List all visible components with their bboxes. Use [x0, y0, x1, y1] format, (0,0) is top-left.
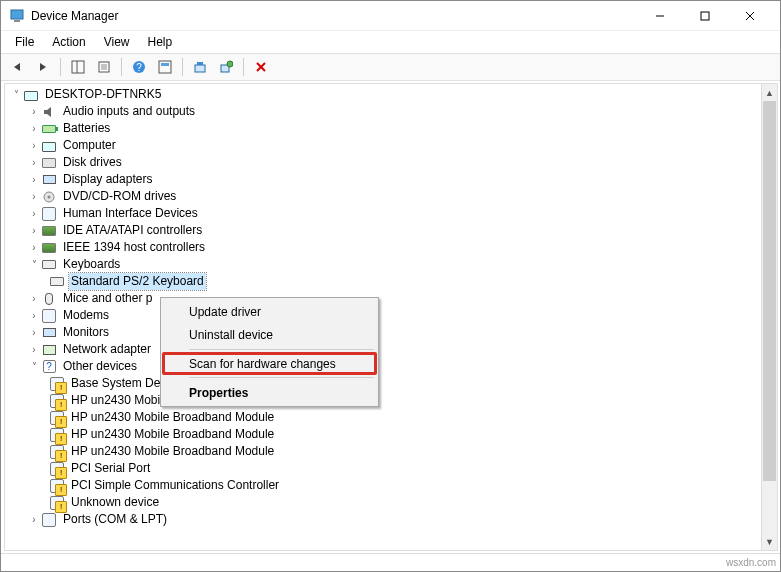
category-label: Network adapter [61, 341, 153, 358]
scroll-thumb[interactable] [763, 101, 776, 481]
category-display-adapters[interactable]: › Display adapters [5, 171, 776, 188]
category-monitors[interactable]: › Monitors [5, 324, 776, 341]
device-label: Unknown device [69, 494, 161, 511]
device-pci-serial[interactable]: PCI Serial Port [5, 460, 776, 477]
back-button[interactable] [5, 55, 29, 79]
forward-button[interactable] [31, 55, 55, 79]
device-unknown[interactable]: Unknown device [5, 494, 776, 511]
expand-icon[interactable]: › [27, 188, 41, 205]
monitor-icon [41, 325, 57, 341]
expand-icon[interactable]: › [27, 324, 41, 341]
category-hid[interactable]: › Human Interface Devices [5, 205, 776, 222]
menu-view[interactable]: View [96, 33, 138, 51]
expand-icon[interactable]: › [27, 103, 41, 120]
app-icon [9, 8, 25, 24]
category-modems[interactable]: › Modems [5, 307, 776, 324]
action-button[interactable] [153, 55, 177, 79]
category-batteries[interactable]: › Batteries [5, 120, 776, 137]
root-label: DESKTOP-DFTNRK5 [43, 86, 163, 103]
svg-rect-1 [14, 20, 20, 22]
device-pci-comm[interactable]: PCI Simple Communications Controller [5, 477, 776, 494]
category-computer[interactable]: › Computer [5, 137, 776, 154]
audio-icon [41, 104, 57, 120]
maximize-button[interactable] [682, 2, 727, 30]
warning-device-icon [49, 461, 65, 477]
expand-icon[interactable]: › [27, 307, 41, 324]
minimize-button[interactable] [637, 2, 682, 30]
category-optical-drives[interactable]: › DVD/CD-ROM drives [5, 188, 776, 205]
category-network[interactable]: › Network adapter [5, 341, 776, 358]
vertical-scrollbar[interactable]: ▲ ▼ [761, 83, 778, 551]
device-label: Base System De [69, 375, 162, 392]
window-title: Device Manager [31, 9, 637, 23]
device-hp-broadband-2[interactable]: HP un2430 Mobile Broadband Module [5, 409, 776, 426]
menu-action[interactable]: Action [44, 33, 93, 51]
help-button[interactable]: ? [127, 55, 151, 79]
device-hp-broadband-1[interactable]: HP un2430 Mobile Broadband Module [5, 392, 776, 409]
ctx-properties[interactable]: Properties [163, 381, 376, 404]
hid-icon [41, 206, 57, 222]
svg-rect-6 [72, 61, 84, 73]
computer-icon [23, 87, 39, 103]
device-base-system[interactable]: Base System De [5, 375, 776, 392]
expand-icon[interactable]: › [27, 205, 41, 222]
expand-icon[interactable]: › [27, 222, 41, 239]
update-driver-button[interactable] [188, 55, 212, 79]
collapse-icon[interactable]: ˅ [27, 256, 41, 273]
ctx-uninstall-device[interactable]: Uninstall device [163, 323, 376, 346]
category-disk-drives[interactable]: › Disk drives [5, 154, 776, 171]
category-keyboards[interactable]: ˅ Keyboards [5, 256, 776, 273]
computer-icon [41, 138, 57, 154]
scan-hardware-button[interactable] [214, 55, 238, 79]
warning-device-icon [49, 376, 65, 392]
category-mice[interactable]: › Mice and other p [5, 290, 776, 307]
device-label: HP un2430 Mobile Broadband Module [69, 426, 276, 443]
expand-icon[interactable]: › [27, 290, 41, 307]
expand-icon[interactable]: › [27, 137, 41, 154]
category-ports[interactable]: › Ports (COM & LPT) [5, 511, 776, 528]
svg-point-23 [48, 195, 51, 198]
storage-controller-icon [41, 223, 57, 239]
properties-button[interactable] [92, 55, 116, 79]
device-standard-ps2-keyboard[interactable]: Standard PS/2 Keyboard [5, 273, 776, 290]
device-hp-broadband-4[interactable]: HP un2430 Mobile Broadband Module [5, 443, 776, 460]
device-label: PCI Serial Port [69, 460, 152, 477]
close-button[interactable] [727, 2, 772, 30]
category-label: Computer [61, 137, 118, 154]
mouse-icon [41, 291, 57, 307]
expand-icon[interactable]: › [27, 154, 41, 171]
collapse-icon[interactable]: ˅ [27, 358, 41, 375]
scroll-down-button[interactable]: ▼ [762, 533, 777, 550]
category-label: IEEE 1394 host controllers [61, 239, 207, 256]
expand-icon[interactable]: › [27, 120, 41, 137]
category-label: Display adapters [61, 171, 154, 188]
svg-rect-14 [159, 61, 171, 73]
expand-icon[interactable]: › [27, 511, 41, 528]
expand-icon[interactable]: › [27, 239, 41, 256]
keyboard-icon [49, 274, 65, 290]
firewire-icon [41, 240, 57, 256]
category-ieee1394[interactable]: › IEEE 1394 host controllers [5, 239, 776, 256]
category-audio[interactable]: › Audio inputs and outputs [5, 103, 776, 120]
category-ide[interactable]: › IDE ATA/ATAPI controllers [5, 222, 776, 239]
expand-icon[interactable]: › [27, 341, 41, 358]
menu-file[interactable]: File [7, 33, 42, 51]
device-hp-broadband-3[interactable]: HP un2430 Mobile Broadband Module [5, 426, 776, 443]
scroll-up-button[interactable]: ▲ [762, 84, 777, 101]
expand-icon[interactable]: ˅ [9, 86, 23, 103]
warning-device-icon [49, 478, 65, 494]
uninstall-button[interactable] [249, 55, 273, 79]
menu-help[interactable]: Help [140, 33, 181, 51]
expand-icon[interactable]: › [27, 171, 41, 188]
ctx-scan-hardware[interactable]: Scan for hardware changes [162, 352, 377, 375]
battery-icon [41, 121, 57, 137]
ctx-update-driver[interactable]: Update driver [163, 300, 376, 323]
window-controls [637, 2, 772, 30]
category-other-devices[interactable]: ˅ ? Other devices [5, 358, 776, 375]
category-label: Ports (COM & LPT) [61, 511, 169, 528]
svg-rect-17 [197, 62, 203, 65]
tree-root[interactable]: ˅ DESKTOP-DFTNRK5 [5, 86, 776, 103]
category-label: Audio inputs and outputs [61, 103, 197, 120]
show-hide-tree-button[interactable] [66, 55, 90, 79]
device-tree[interactable]: ˅ DESKTOP-DFTNRK5 › Audio inputs and out… [4, 83, 777, 551]
